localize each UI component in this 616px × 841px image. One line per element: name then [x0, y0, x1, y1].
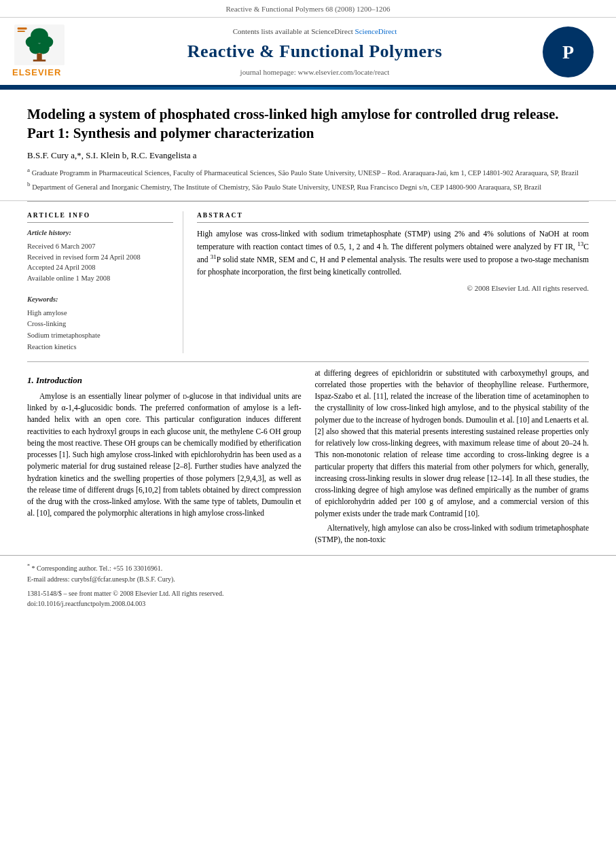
copyright-line: © 2008 Elsevier Ltd. All rights reserved…	[197, 283, 589, 293]
journal-title: Reactive & Functional Polymers	[87, 39, 543, 64]
journal-homepage: journal homepage: www.elsevier.com/locat…	[87, 67, 543, 77]
footer-email-note: E-mail address: curybsf@fcfar.unesp.br (…	[27, 574, 589, 584]
spacer2	[0, 362, 616, 368]
journal-logo-icon: P	[543, 26, 594, 77]
journal-citation: Reactive & Functional Polymers 68 (2008)…	[226, 5, 391, 13]
article-info-col: ARTICLE INFO Article history: Received 6…	[27, 211, 183, 353]
elsevier-logo-area: ELSEVIER	[12, 24, 87, 79]
info-abstract-section: ARTICLE INFO Article history: Received 6…	[0, 211, 616, 353]
footer-section: * * Corresponding author. Tel.: +55 16 3…	[0, 555, 616, 612]
article-title-section: Modeling a system of phosphated cross-li…	[0, 90, 616, 201]
journal-logo-area: P	[543, 26, 604, 77]
section-divider	[27, 201, 589, 202]
elsevier-tree-icon	[12, 24, 67, 65]
received-row: Received 6 March 2007	[27, 241, 173, 252]
received-revised-row: Received in revised form 24 April 2008	[27, 252, 173, 263]
footer-star-note: * * Corresponding author. Tel.: +55 16 3…	[27, 562, 589, 573]
body-right-col: at differing degrees of epichloridrin or…	[315, 368, 590, 549]
keyword-1: High amylose	[27, 308, 173, 319]
spacer	[0, 353, 616, 361]
affiliation-b: b Department of General and Inorganic Ch…	[27, 180, 589, 192]
svg-rect-9	[18, 31, 25, 33]
footer-doi: doi:10.1016/j.reactfunctpolym.2008.04.00…	[27, 598, 589, 609]
journal-header: ELSEVIER Contents lists available at Sci…	[0, 18, 616, 86]
top-bar: Reactive & Functional Polymers 68 (2008)…	[0, 0, 616, 18]
journal-title-area: Contents lists available at ScienceDirec…	[87, 26, 543, 77]
affiliation-a: a Graduate Programm in Pharmaceutical Sc…	[27, 166, 589, 178]
keywords-label: Keywords:	[27, 295, 173, 305]
accepted-row: Accepted 24 April 2008	[27, 262, 173, 273]
contents-available-line: Contents lists available at ScienceDirec…	[87, 26, 543, 37]
keyword-3: Sodium trimetaphosphate	[27, 330, 173, 342]
article-main-title: Modeling a system of phosphated cross-li…	[27, 105, 589, 143]
article-authors: B.S.F. Cury a,*, S.I. Klein b, R.C. Evan…	[27, 149, 589, 162]
affiliation-a-text: Graduate Programm in Pharmaceutical Scie…	[32, 169, 579, 177]
intro-para-left: Amylose is an essentially linear polymer…	[27, 391, 302, 520]
svg-rect-7	[33, 60, 46, 62]
authors-text: B.S.F. Cury a,*, S.I. Klein b, R.C. Evan…	[27, 150, 197, 160]
body-section: 1. Introduction Amylose is an essentiall…	[0, 368, 616, 549]
article-info-section-label: ARTICLE INFO	[27, 211, 173, 223]
article-history-label: Article history:	[27, 228, 173, 238]
abstract-section-label: ABSTRACT	[197, 211, 589, 223]
svg-rect-8	[18, 28, 27, 30]
abstract-col: ABSTRACT High amylose was cross-linked w…	[197, 211, 589, 353]
footer-issn: 1381-5148/$ – see front matter © 2008 El…	[27, 588, 589, 598]
elsevier-logo: ELSEVIER	[12, 24, 87, 79]
intro-para-right-2: Alternatively, high amylose can also be …	[315, 522, 590, 546]
body-left-col: 1. Introduction Amylose is an essentiall…	[27, 368, 302, 549]
affiliation-a-sup: a	[27, 166, 30, 173]
sciencedirect-link[interactable]: ScienceDirect	[355, 27, 397, 35]
intro-para-right-1: at differing degrees of epichloridrin or…	[315, 368, 590, 520]
affiliation-b-sup: b	[27, 181, 31, 187]
svg-point-5	[37, 43, 49, 54]
keyword-2: Cross-linking	[27, 319, 173, 330]
keyword-4: Reaction kinetics	[27, 342, 173, 353]
available-online-row: Available online 1 May 2008	[27, 273, 173, 284]
intro-heading: 1. Introduction	[27, 374, 302, 387]
keywords-section: Keywords: High amylose Cross-linking Sod…	[27, 295, 173, 353]
elsevier-wordmark: ELSEVIER	[12, 67, 61, 79]
abstract-text: High amylose was cross-linked with sodiu…	[197, 228, 589, 278]
affiliation-b-text: Department of General and Inorganic Chem…	[32, 183, 541, 190]
